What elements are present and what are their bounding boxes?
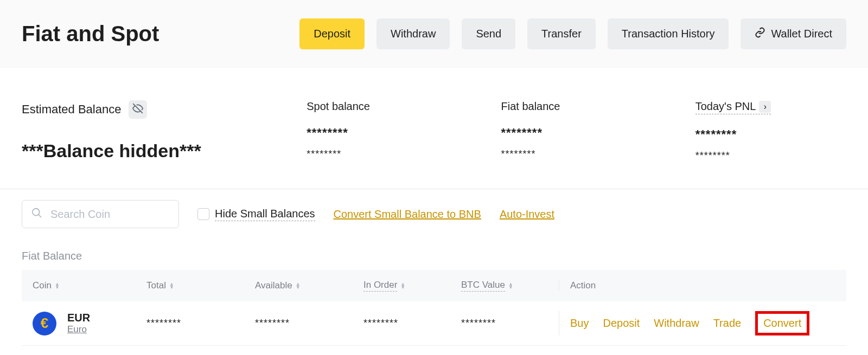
wallet-direct-label: Wallet Direct: [771, 28, 832, 40]
send-button[interactable]: Send: [462, 18, 515, 49]
wallet-direct-button[interactable]: Wallet Direct: [741, 18, 846, 49]
page-title: Fiat and Spot: [22, 22, 159, 46]
estimated-balance-label: Estimated Balance: [22, 102, 121, 117]
sort-icon: ▲▼: [296, 282, 301, 289]
withdraw-button[interactable]: Withdraw: [376, 18, 450, 49]
search-icon: [31, 207, 43, 221]
balance-section: Estimated Balance ***Balance hidden*** S…: [0, 68, 868, 178]
convert-small-balance-link[interactable]: Convert Small Balance to BNB: [334, 208, 481, 221]
eye-off-icon: [132, 103, 143, 116]
th-total-label: Total: [146, 280, 166, 291]
balance-table: Coin ▲▼ Total ▲▼ Available ▲▼ In Order ▲…: [22, 270, 846, 346]
th-in-order-label: In Order: [363, 280, 397, 292]
th-btc-value-label: BTC Value: [461, 280, 505, 292]
sort-icon: ▲▼: [400, 282, 405, 289]
spot-balance-col: Spot balance ******** ********: [307, 100, 457, 162]
header-actions: Deposit Withdraw Send Transfer Transacti…: [299, 18, 846, 49]
toggle-visibility-button[interactable]: [129, 100, 147, 119]
transaction-history-button[interactable]: Transaction History: [608, 18, 729, 49]
row-action-withdraw[interactable]: Withdraw: [654, 317, 699, 330]
coin-cell: € EUR Euro: [33, 312, 146, 335]
cell-in-order: ********: [363, 318, 461, 329]
table-row: € EUR Euro ******** ******** ******** **…: [22, 301, 846, 346]
estimated-balance-col: Estimated Balance ***Balance hidden***: [22, 100, 263, 162]
header-bar: Fiat and Spot Deposit Withdraw Send Tran…: [0, 0, 868, 68]
th-in-order[interactable]: In Order ▲▼: [363, 280, 461, 292]
row-action-convert[interactable]: Convert: [763, 317, 801, 329]
row-action-deposit[interactable]: Deposit: [603, 317, 640, 330]
th-coin-label: Coin: [33, 280, 52, 291]
pnl-value: ********: [695, 127, 846, 141]
coin-symbol: EUR: [67, 312, 90, 324]
hide-small-balances-label: Hide Small Balances: [215, 208, 315, 221]
auto-invest-link[interactable]: Auto-Invest: [500, 208, 554, 221]
cell-total: ********: [146, 318, 255, 329]
sort-icon: ▲▼: [55, 282, 60, 289]
th-total[interactable]: Total ▲▼: [146, 280, 255, 291]
th-available-label: Available: [255, 280, 292, 291]
euro-coin-icon: €: [33, 312, 56, 335]
row-actions: Buy Deposit Withdraw Trade Convert: [559, 311, 835, 335]
hide-small-balances-group: Hide Small Balances: [197, 208, 315, 221]
fiat-balance-value: ********: [501, 126, 652, 140]
chevron-right-icon: ›: [759, 101, 771, 113]
spot-balance-subvalue: ********: [307, 149, 457, 160]
sort-icon: ▲▼: [169, 282, 174, 289]
controls-row: Hide Small Balances Convert Small Balanc…: [0, 189, 868, 238]
link-icon: [755, 27, 765, 41]
th-available[interactable]: Available ▲▼: [255, 280, 363, 291]
row-action-trade[interactable]: Trade: [713, 317, 742, 330]
row-action-buy[interactable]: Buy: [570, 317, 589, 330]
cell-btc-value: ********: [461, 318, 559, 329]
pnl-subvalue: ********: [695, 150, 846, 162]
cell-available: ********: [255, 318, 363, 329]
balance-hidden-text: ***Balance hidden***: [22, 140, 263, 162]
hide-small-balances-checkbox[interactable]: [197, 208, 209, 220]
th-coin[interactable]: Coin ▲▼: [33, 280, 146, 291]
todays-pnl-link[interactable]: Today's PNL ›: [695, 100, 771, 114]
todays-pnl-label: Today's PNL: [695, 100, 756, 113]
fiat-balance-subvalue: ********: [501, 149, 652, 160]
search-input[interactable]: [50, 208, 170, 221]
th-btc-value[interactable]: BTC Value ▲▼: [461, 280, 559, 292]
table-header: Coin ▲▼ Total ▲▼ Available ▲▼ In Order ▲…: [22, 270, 846, 301]
th-action: Action: [559, 280, 835, 291]
spot-balance-label: Spot balance: [307, 100, 457, 113]
pnl-col: Today's PNL › ******** ********: [695, 100, 846, 162]
spot-balance-value: ********: [307, 126, 457, 140]
sort-icon: ▲▼: [508, 282, 513, 289]
th-action-label: Action: [570, 280, 596, 291]
coin-name-link[interactable]: Euro: [67, 324, 90, 335]
search-box[interactable]: [22, 200, 179, 228]
fiat-balance-section-label: Fiat Balance: [0, 238, 868, 270]
fiat-balance-col: Fiat balance ******** ********: [501, 100, 652, 162]
deposit-button[interactable]: Deposit: [299, 18, 365, 49]
fiat-balance-label: Fiat balance: [501, 100, 652, 113]
convert-highlight: Convert: [755, 311, 809, 335]
transfer-button[interactable]: Transfer: [527, 18, 596, 49]
